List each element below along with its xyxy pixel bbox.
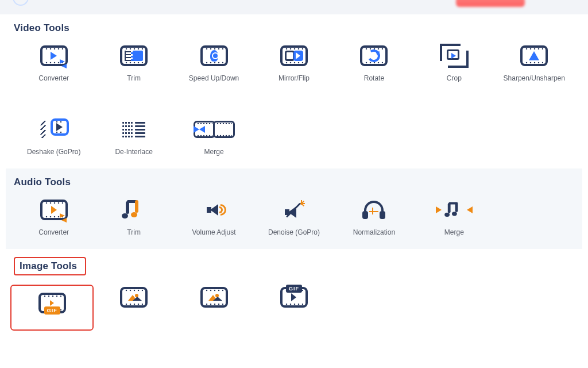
tool-audio-trim[interactable]: Trim [94, 197, 173, 236]
film-mirror-icon [279, 43, 309, 68]
gif-badge: GIF [286, 285, 302, 293]
tool-image-pic-to-video[interactable]: PIC to Video [174, 285, 254, 331]
tool-audio-converter[interactable]: Converter [14, 197, 94, 236]
audio-tools-grid: Converter Trim Volume Adjust [14, 197, 574, 236]
crop-icon [439, 43, 469, 68]
section-audio: Audio Tools Converter Trim [6, 168, 582, 249]
tool-video-deshake[interactable]: Deshake (GoPro) [14, 117, 94, 156]
gif-badge: GIF [44, 306, 60, 315]
section-title-audio: Audio Tools [14, 177, 574, 188]
upgrade-button[interactable] [456, 0, 525, 7]
denoise-icon [279, 197, 309, 223]
tool-audio-merge[interactable]: Merge [414, 197, 494, 236]
section-title-image-highlight: Image Tools [14, 257, 86, 275]
tool-video-mirror[interactable]: Mirror/Flip [254, 43, 334, 82]
video-to-gif-icon: GIF [37, 290, 67, 316]
headphones-icon [359, 197, 389, 223]
gif-to-video-icon: GIF [279, 285, 309, 310]
page: Video Tools Converter Trim [0, 14, 588, 331]
tool-video-crop[interactable]: Crop [414, 43, 494, 82]
tool-video-merge[interactable]: Merge [174, 117, 254, 156]
film-converter-icon [39, 43, 69, 68]
deinterlace-icon [119, 117, 149, 142]
top-bar [0, 0, 588, 14]
tool-image-video-to-pic[interactable]: Video to PIC [94, 285, 173, 331]
tool-image-video-to-gif[interactable]: GIF Video to GIF [10, 285, 94, 331]
video-to-pic-icon [119, 285, 149, 310]
video-tools-grid: Converter Trim Speed Up/Down [14, 43, 574, 156]
tool-video-converter[interactable]: Converter [14, 43, 94, 82]
section-title-video: Video Tools [14, 22, 574, 34]
speaker-icon [199, 197, 229, 223]
deshake-icon [39, 117, 69, 142]
tool-audio-normalization[interactable]: Normalization [334, 197, 414, 236]
tool-audio-volume[interactable]: Volume Adjust [174, 197, 254, 236]
pic-to-video-icon [199, 285, 229, 310]
film-sharpen-icon [519, 43, 549, 68]
section-image: Image Tools GIF Video to GIF Vide [6, 249, 582, 331]
film-rocket-icon [199, 43, 229, 68]
audio-trim-icon [119, 197, 149, 223]
section-title-image: Image Tools [14, 257, 574, 275]
film-merge-icon [199, 117, 229, 142]
tool-video-trim[interactable]: Trim [94, 43, 173, 82]
tool-audio-denoise[interactable]: Denoise (GoPro) [254, 197, 334, 236]
audio-merge-icon [439, 197, 469, 223]
tool-video-speed[interactable]: Speed Up/Down [174, 43, 254, 82]
film-rotate-icon [359, 43, 389, 68]
tool-video-deinterlace[interactable]: De-Interlace [94, 117, 173, 156]
image-tools-grid: GIF Video to GIF Video to PIC [14, 285, 574, 331]
tool-video-rotate[interactable]: Rotate [334, 43, 414, 82]
audio-converter-icon [39, 197, 69, 223]
section-video: Video Tools Converter Trim [6, 14, 582, 168]
tool-image-gif-to-video[interactable]: GIF GIF to Video [254, 285, 334, 331]
film-trim-icon [119, 43, 149, 68]
logo-fragment [13, 0, 29, 6]
tool-video-sharpen[interactable]: Sharpen/Unsharpen [494, 43, 574, 82]
